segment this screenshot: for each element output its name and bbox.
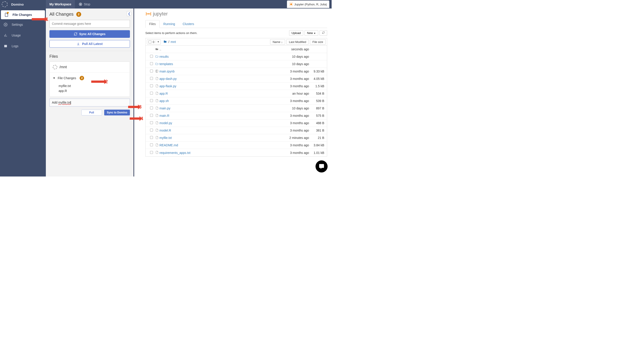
file-row[interactable]: model.py3 months ago488 B bbox=[146, 119, 327, 127]
file-size: 21 B bbox=[309, 136, 327, 140]
file-row[interactable]: model.R3 months ago381 B bbox=[146, 127, 327, 134]
svg-rect-4 bbox=[4, 45, 7, 48]
files-header: Files bbox=[50, 54, 130, 59]
row-checkbox[interactable] bbox=[150, 77, 153, 80]
file-name[interactable]: .. bbox=[160, 48, 276, 51]
file-name[interactable]: requirements_apps.txt bbox=[160, 151, 276, 155]
select-dropdown-icon[interactable]: ▼ bbox=[156, 41, 159, 43]
file-size: 3.84 kB bbox=[309, 143, 327, 147]
file-icon bbox=[154, 121, 160, 125]
file-name[interactable]: main.py bbox=[160, 107, 276, 110]
file-row[interactable]: app-dash.py3 months ago4.05 kB bbox=[146, 75, 327, 83]
sync-all-changes-button[interactable]: Sync All Changes bbox=[50, 30, 130, 38]
tab-files[interactable]: Files bbox=[145, 20, 160, 28]
tab-my-workspace[interactable]: My Workspace bbox=[46, 0, 75, 9]
pull-all-latest-button[interactable]: Pull All Latest bbox=[50, 40, 130, 48]
file-row[interactable]: app.Ran hour ago534 B bbox=[146, 90, 327, 97]
row-checkbox[interactable] bbox=[150, 107, 153, 109]
row-checkbox[interactable] bbox=[150, 84, 153, 87]
file-changes-count-badge: 2 bbox=[80, 76, 84, 80]
nav-usage[interactable]: Usage bbox=[0, 30, 46, 41]
row-checkbox[interactable] bbox=[150, 114, 153, 117]
crumb-mnt[interactable]: mnt bbox=[170, 40, 176, 44]
file-name[interactable]: app.R bbox=[160, 92, 276, 95]
file-size: 381 B bbox=[309, 129, 327, 132]
col-file-size: File size bbox=[310, 39, 326, 45]
chat-widget-button[interactable] bbox=[316, 160, 328, 172]
nav-change-dot-icon bbox=[7, 12, 9, 14]
gear-icon bbox=[4, 23, 8, 27]
file-row[interactable]: myfile.txt2 minutes ago21 B bbox=[146, 134, 327, 142]
commit-message-input[interactable] bbox=[50, 20, 130, 28]
row-checkbox[interactable] bbox=[150, 143, 153, 146]
nav-logs[interactable]: Logs bbox=[0, 41, 46, 52]
file-changes-expander-label: File Changes bbox=[58, 76, 76, 80]
file-row[interactable]: README.md3 months ago3.84 kB bbox=[146, 142, 327, 149]
select-count[interactable]: 0 ▼ bbox=[147, 39, 161, 45]
select-all-checkbox[interactable] bbox=[148, 41, 152, 43]
sync-to-domino-button[interactable]: Sync to Domino bbox=[104, 110, 130, 115]
file-row[interactable]: results10 days ago bbox=[146, 53, 327, 60]
file-row[interactable]: requirements_apps.txt3 months ago1.01 kB bbox=[146, 149, 327, 156]
jupyter-logo[interactable]: jupyter bbox=[145, 11, 327, 17]
file-name[interactable]: app.sh bbox=[160, 99, 276, 103]
file-icon bbox=[154, 151, 160, 155]
file-name[interactable]: main.ipynb bbox=[160, 70, 276, 73]
kernel-tab[interactable]: Jupyter (Python, R, Julia) bbox=[287, 1, 330, 8]
download-icon bbox=[77, 42, 80, 46]
stop-button[interactable]: Stop bbox=[75, 0, 94, 9]
row-checkbox[interactable] bbox=[150, 99, 153, 102]
file-name[interactable]: app-dash.py bbox=[160, 77, 276, 81]
tab-running[interactable]: Running bbox=[160, 20, 179, 28]
file-name[interactable]: model.R bbox=[160, 129, 276, 132]
row-checkbox[interactable] bbox=[150, 55, 153, 58]
file-row[interactable]: main.R3 months ago575 B bbox=[146, 112, 327, 119]
sync-icon bbox=[74, 32, 77, 36]
row-checkbox[interactable] bbox=[150, 151, 153, 154]
list-icon bbox=[4, 44, 8, 48]
file-modified: 3 months ago bbox=[276, 121, 309, 125]
file-row[interactable]: main.py10 days ago897 B bbox=[146, 105, 327, 112]
file-size: 539 B bbox=[309, 99, 327, 103]
file-name[interactable]: README.md bbox=[160, 143, 276, 147]
file-size: 1.01 kB bbox=[309, 151, 327, 155]
spinner-icon bbox=[53, 65, 57, 69]
row-checkbox[interactable] bbox=[150, 92, 153, 95]
sort-name[interactable]: Name ↓ bbox=[270, 39, 285, 45]
file-row[interactable]: app-flask.py3 months ago1.5 kB bbox=[146, 83, 327, 90]
row-checkbox[interactable] bbox=[150, 70, 153, 73]
folder-icon[interactable] bbox=[164, 40, 167, 44]
pull-button[interactable]: Pull bbox=[82, 110, 102, 115]
changed-file-list: myfile.txt app.R bbox=[50, 84, 130, 97]
tab-clusters[interactable]: Clusters bbox=[179, 20, 198, 28]
nav-settings[interactable]: Settings bbox=[0, 19, 46, 30]
file-row[interactable]: app.sh3 months ago539 B bbox=[146, 97, 327, 105]
file-name[interactable]: results bbox=[160, 55, 276, 58]
partial-commit-input[interactable]: Add myfile.txt bbox=[50, 99, 130, 107]
row-checkbox[interactable] bbox=[150, 62, 153, 65]
upload-button[interactable]: Upload bbox=[289, 30, 303, 36]
file-name[interactable]: main.R bbox=[160, 114, 276, 117]
nav-file-changes[interactable]: File Changes bbox=[1, 10, 45, 19]
file-icon bbox=[154, 128, 160, 133]
refresh-button[interactable] bbox=[320, 30, 327, 36]
sort-modified[interactable]: Last Modified bbox=[286, 39, 308, 45]
file-row[interactable]: main.ipynb3 months ago9.33 kB bbox=[146, 68, 327, 75]
file-name[interactable]: myfile.txt bbox=[160, 136, 276, 140]
file-size: 488 B bbox=[309, 121, 327, 125]
collapse-panel-button[interactable]: ❮ bbox=[127, 11, 132, 16]
file-name[interactable]: templates bbox=[160, 62, 276, 66]
jupyter-panel: jupyter Files Running Clusters Select it… bbox=[134, 9, 332, 177]
text-cursor-icon bbox=[71, 101, 71, 105]
file-size: 4.05 kB bbox=[309, 77, 327, 81]
row-checkbox[interactable] bbox=[150, 136, 153, 139]
file-name[interactable]: app-flask.py bbox=[160, 84, 276, 88]
row-checkbox[interactable] bbox=[150, 129, 153, 132]
new-dropdown[interactable]: New▼ bbox=[304, 30, 318, 36]
stop-label: Stop bbox=[84, 3, 90, 6]
row-checkbox[interactable] bbox=[150, 121, 153, 124]
file-changes-expander[interactable]: ▼ File Changes 2 bbox=[50, 73, 130, 84]
file-row[interactable]: templates10 days ago bbox=[146, 60, 327, 68]
file-name[interactable]: model.py bbox=[160, 121, 276, 125]
file-row[interactable]: ..seconds ago bbox=[146, 46, 327, 53]
